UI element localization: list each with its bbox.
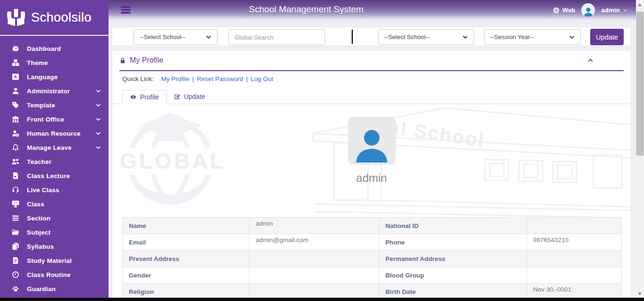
chevron-down-icon <box>462 34 468 40</box>
web-label: Web <box>562 7 575 14</box>
profile-field-value <box>249 267 379 284</box>
sidebar-item-guardian[interactable]: Guardian <box>0 282 109 296</box>
watermark-globe-text: GLOBAL <box>120 149 226 173</box>
sidebar-item-live-class[interactable]: Live Class <box>0 183 109 197</box>
text-cursor-bar <box>351 30 353 44</box>
profile-field-value <box>527 251 621 267</box>
chevron-down-icon <box>623 8 627 13</box>
scrollbar-thumb[interactable] <box>636 12 644 155</box>
quick-link-label: Quick Link: <box>122 75 154 82</box>
language-icon <box>11 73 20 81</box>
profile-field-label: Name <box>123 218 250 234</box>
bell-icon <box>11 144 20 151</box>
update-button[interactable]: Update <box>590 29 624 45</box>
sidebar-item-human-resource[interactable]: Human Resource <box>0 126 109 140</box>
sidebar-item-theme[interactable]: Theme <box>0 56 109 70</box>
sidebar-item-label: Guardian <box>27 285 56 293</box>
chevron-down-icon <box>96 131 101 136</box>
chevron-down-icon <box>96 103 101 108</box>
table-row: GenderBlood Group <box>123 267 622 284</box>
quick-link-reset-password[interactable]: Reset Password <box>197 75 243 82</box>
profile-field-value: 9876543210 <box>527 234 621 251</box>
sidebar-item-label: Human Resource <box>27 130 81 137</box>
sidebar-item-teacher[interactable]: Teacher <box>0 155 109 169</box>
profile-summary: GLOBAL al School <box>112 104 631 217</box>
user-icon <box>11 87 20 95</box>
sidebar-item-language[interactable]: Language <box>0 70 109 84</box>
main-content: --Select School-- --Select School-- --Se… <box>109 20 636 301</box>
session-year-select[interactable]: --Session Year-- <box>484 29 581 45</box>
profile-picture[interactable] <box>348 117 395 164</box>
person-icon <box>353 126 391 164</box>
file-lines-icon <box>11 257 20 264</box>
profile-field-value <box>527 218 621 234</box>
profile-field-value <box>527 267 621 284</box>
collapse-panel-button[interactable] <box>587 57 594 63</box>
sidebar-item-administrator[interactable]: Administrator <box>0 84 109 98</box>
link-separator: | <box>192 75 194 82</box>
clock-icon <box>11 271 20 278</box>
avatar[interactable] <box>581 3 595 17</box>
storefront-icon <box>11 115 20 123</box>
gauge-icon <box>11 45 20 52</box>
profile-field-label: Gender <box>123 267 250 284</box>
sidebar-item-label: Class Lecture <box>27 172 70 179</box>
chevron-up-icon <box>587 57 594 63</box>
sidebar-item-label: Syllabus <box>27 243 54 250</box>
sidebar-item-class[interactable]: Class <box>0 197 109 211</box>
sidebar-item-study-material[interactable]: Study Material <box>0 253 109 268</box>
web-link[interactable]: Web <box>553 7 575 14</box>
user-label: admin <box>601 7 620 14</box>
user-menu[interactable]: admin <box>601 7 627 14</box>
page-title: School Management System <box>212 0 401 20</box>
chevron-down-icon <box>96 117 101 122</box>
sidebar-item-label: Manage Leave <box>27 144 72 151</box>
sidebar-item-template[interactable]: Template <box>0 98 109 112</box>
sidebar-item-front-office[interactable]: Front Office <box>0 112 109 126</box>
vertical-scrollbar[interactable] <box>636 0 644 301</box>
quick-link-log-out[interactable]: Log Out <box>251 75 273 82</box>
school-select-secondary[interactable]: --Select School-- <box>378 29 474 45</box>
bars-icon <box>11 214 20 222</box>
bottom-edge-bar <box>0 298 644 301</box>
tab-profile[interactable]: Profile <box>122 90 167 104</box>
my-profile-panel: My Profile Quick Link: My Profile | Rese… <box>112 50 631 301</box>
quick-links: Quick Link: My Profile | Reset Password … <box>112 71 631 87</box>
global-search-input[interactable] <box>228 29 325 45</box>
file-video-icon <box>11 172 20 179</box>
brand[interactable]: Schoolsilo <box>0 0 109 36</box>
headset-icon <box>11 186 20 194</box>
sidebar-item-syllabus[interactable]: Syllabus <box>0 239 109 253</box>
sidebar-item-subject[interactable]: Subject <box>0 225 109 239</box>
scroll-down-arrow-icon[interactable] <box>638 293 642 295</box>
scroll-up-arrow-icon[interactable] <box>638 3 642 6</box>
profile-name: admin <box>112 171 631 185</box>
globe-icon <box>553 7 560 14</box>
profile-field-label: Blood Group <box>379 267 527 284</box>
profile-field-value: admin <box>249 218 379 234</box>
eye-icon <box>130 94 137 100</box>
school-select-primary[interactable]: --Select School-- <box>134 29 217 45</box>
hamburger-menu-icon[interactable] <box>121 6 131 15</box>
table-row: Present AddressPermanent Address <box>123 251 622 267</box>
sidebar-item-class-routine[interactable]: Class Routine <box>0 268 109 282</box>
sidebar: Schoolsilo DashboardThemeLanguageAdminis… <box>0 0 109 301</box>
sidebar-item-dashboard[interactable]: Dashboard <box>0 41 109 56</box>
sidebar-item-label: Language <box>27 73 58 81</box>
quick-link-my-profile[interactable]: My Profile <box>161 75 190 82</box>
profile-table: NameadminNational IDEmailadmin@gmail.com… <box>122 217 622 300</box>
profile-field-value <box>249 251 379 267</box>
sidebar-item-label: Teacher <box>27 158 51 165</box>
sidebar-item-class-lecture[interactable]: Class Lecture <box>0 169 109 183</box>
profile-field-label: Permanent Address <box>379 251 527 267</box>
tab-label: Profile <box>140 93 159 101</box>
sidebar-item-label: Front Office <box>27 116 64 123</box>
profile-field-label: National ID <box>379 218 527 234</box>
lock-icon <box>119 57 126 64</box>
tab-update[interactable]: Update <box>167 89 212 104</box>
chevron-down-icon <box>96 89 101 94</box>
sidebar-item-label: Administrator <box>27 88 70 95</box>
sidebar-item-section[interactable]: Section <box>0 211 109 225</box>
sidebar-menu: DashboardThemeLanguageAdministratorTempl… <box>0 36 109 301</box>
sidebar-item-manage-leave[interactable]: Manage Leave <box>0 140 109 155</box>
